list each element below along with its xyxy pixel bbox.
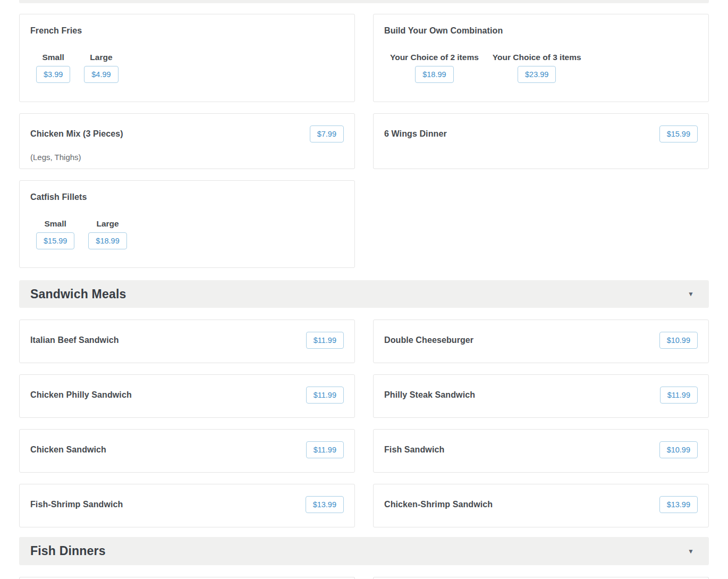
size-option-2-items: Your Choice of 2 items $18.99 <box>390 53 479 83</box>
item-name: French Fries <box>30 26 344 36</box>
size-label: Your Choice of 3 items <box>493 53 581 62</box>
item-name: Double Cheeseburger <box>384 335 473 345</box>
section-title: Sandwich Meals <box>30 287 126 301</box>
size-label: Small <box>42 53 64 62</box>
size-options: Small $3.99 Large $4.99 <box>36 53 344 83</box>
item-name: Catfish Fillets <box>30 192 344 202</box>
size-options: Small $15.99 Large $18.99 <box>36 219 344 249</box>
item-name: Philly Steak Sandwich <box>384 390 475 400</box>
menu-section-grid-top: French Fries Small $3.99 Large $4.99 Bui… <box>19 14 709 268</box>
menu-item-card-chicken-sandwich: Chicken Sandwich $11.99 <box>19 429 355 473</box>
section-header-fish-dinners[interactable]: Fish Dinners ▼ <box>19 537 709 565</box>
price-button[interactable]: $10.99 <box>659 441 698 458</box>
section-title: Fish Dinners <box>30 544 106 558</box>
menu-section-grid-sandwich-meals: Italian Beef Sandwich $11.99 Double Chee… <box>19 320 709 527</box>
item-name: Chicken Philly Sandwich <box>30 390 132 400</box>
size-options: Your Choice of 2 items $18.99 Your Choic… <box>390 53 698 83</box>
size-label: Your Choice of 2 items <box>390 53 479 62</box>
size-option-small: Small $15.99 <box>36 219 74 249</box>
price-button[interactable]: $15.99 <box>659 125 698 142</box>
menu-item-card-catfish-fillets: Catfish Fillets Small $15.99 Large $18.9… <box>19 180 355 268</box>
price-button[interactable]: $15.99 <box>36 232 74 249</box>
size-option-3-items: Your Choice of 3 items $23.99 <box>493 53 581 83</box>
price-button[interactable]: $11.99 <box>306 441 344 458</box>
item-name: Fish Sandwich <box>384 445 444 455</box>
menu-item-card-chicken-mix: Chicken Mix (3 Pieces) $7.99 (Legs, Thig… <box>19 113 355 169</box>
price-button[interactable]: $13.99 <box>306 496 344 513</box>
menu-item-card-fish-shrimp-sandwich: Fish-Shrimp Sandwich $13.99 <box>19 484 355 527</box>
section-header-partial <box>19 0 709 3</box>
menu-item-card-6-wings-dinner: 6 Wings Dinner $15.99 <box>373 113 709 169</box>
price-button[interactable]: $7.99 <box>310 125 344 142</box>
price-button[interactable]: $10.99 <box>659 332 698 349</box>
menu-item-card-chicken-shrimp-sandwich: Chicken-Shrimp Sandwich $13.99 <box>373 484 709 527</box>
item-name: Build Your Own Combination <box>384 26 698 36</box>
price-button[interactable]: $13.99 <box>659 496 698 513</box>
price-button[interactable]: $4.99 <box>84 66 118 83</box>
menu-item-card-chicken-philly-sandwich: Chicken Philly Sandwich $11.99 <box>19 374 355 418</box>
menu-item-card-build-your-own: Build Your Own Combination Your Choice o… <box>373 14 709 102</box>
menu-item-card-fish-sandwich: Fish Sandwich $10.99 <box>373 429 709 473</box>
menu-item-card-italian-beef-sandwich: Italian Beef Sandwich $11.99 <box>19 320 355 363</box>
price-button[interactable]: $18.99 <box>88 232 126 249</box>
size-label: Large <box>90 53 112 62</box>
menu-item-card-partial <box>19 577 355 579</box>
price-button[interactable]: $18.99 <box>415 66 453 83</box>
item-name: Chicken Mix (3 Pieces) <box>30 129 123 139</box>
size-option-large: Large $4.99 <box>84 53 118 83</box>
item-name: Fish-Shrimp Sandwich <box>30 500 123 509</box>
menu-section-grid-fish-dinners <box>19 577 709 579</box>
price-button[interactable]: $11.99 <box>660 387 698 404</box>
price-button[interactable]: $23.99 <box>518 66 556 83</box>
size-label: Small <box>45 219 66 229</box>
price-button[interactable]: $11.99 <box>306 332 344 349</box>
item-description: (Legs, Thighs) <box>30 153 344 162</box>
chevron-down-icon[interactable]: ▼ <box>688 291 694 297</box>
size-option-small: Small $3.99 <box>36 53 70 83</box>
menu-item-card-partial <box>373 577 709 579</box>
chevron-down-icon[interactable]: ▼ <box>688 548 694 555</box>
item-name: Chicken-Shrimp Sandwich <box>384 500 493 509</box>
item-name: 6 Wings Dinner <box>384 129 447 139</box>
item-name: Italian Beef Sandwich <box>30 335 119 345</box>
menu-item-card-french-fries: French Fries Small $3.99 Large $4.99 <box>19 14 355 102</box>
menu-item-card-philly-steak-sandwich: Philly Steak Sandwich $11.99 <box>373 374 709 418</box>
item-name: Chicken Sandwich <box>30 445 106 455</box>
section-header-sandwich-meals[interactable]: Sandwich Meals ▼ <box>19 280 709 308</box>
menu-item-card-double-cheeseburger: Double Cheeseburger $10.99 <box>373 320 709 363</box>
size-label: Large <box>96 219 118 229</box>
price-button[interactable]: $11.99 <box>306 387 344 404</box>
size-option-large: Large $18.99 <box>88 219 126 249</box>
menu-page: French Fries Small $3.99 Large $4.99 Bui… <box>19 0 709 579</box>
price-button[interactable]: $3.99 <box>36 66 70 83</box>
